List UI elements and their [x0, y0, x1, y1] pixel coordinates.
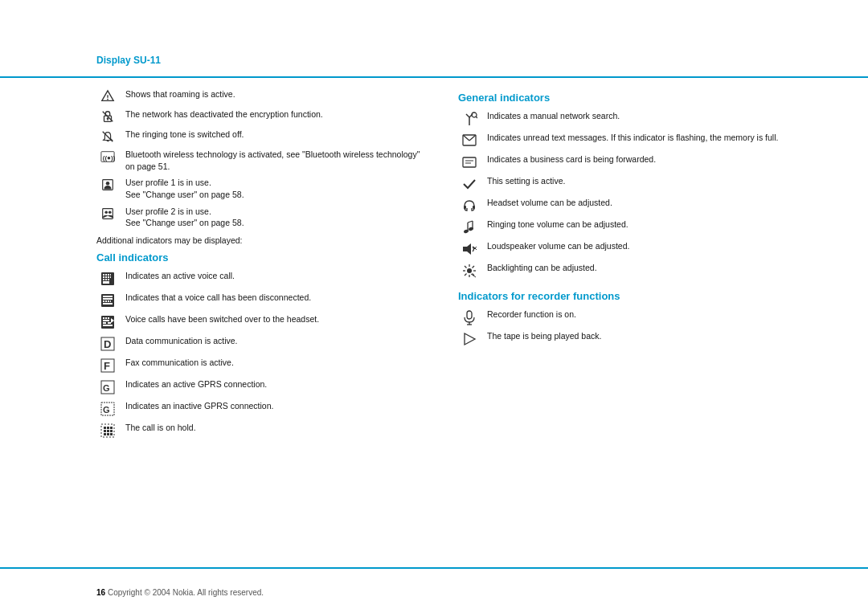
svg-rect-58 — [107, 430, 109, 432]
roaming-text: Shows that roaming is active. — [125, 88, 426, 100]
active-call-text: Indicates an active voice call. — [125, 270, 426, 282]
call-hold-icon — [96, 423, 119, 439]
svg-line-89 — [465, 266, 467, 268]
encryption-text: The network has deactivated the encrypti… — [125, 108, 426, 121]
page: Display SU-11 Shows that roaming — [0, 0, 868, 613]
svg-line-70 — [469, 135, 476, 141]
call-indicators-section: Call indicators — [96, 251, 426, 439]
ringing-off-icon — [96, 129, 119, 144]
svg-rect-62 — [110, 433, 113, 435]
list-item: D Data communication is active. — [96, 335, 426, 352]
additional-note: Additional indicators may be displayed: — [96, 235, 426, 245]
profile2-text: User profile 2 is in use.See "Change use… — [125, 206, 426, 229]
call-indicators-heading: Call indicators — [96, 251, 426, 264]
loudspeaker-volume-text: Loudspeaker volume can be adjusted. — [487, 240, 788, 252]
svg-rect-23 — [110, 276, 111, 278]
svg-rect-37 — [103, 317, 104, 319]
business-card-icon — [458, 154, 481, 170]
right-column: General indicators Indicates a manual ne… — [458, 88, 788, 561]
svg-rect-19 — [110, 274, 111, 276]
svg-rect-71 — [463, 157, 476, 167]
list-item: The call is on hold. — [96, 422, 426, 439]
list-item: Indicates that a voice call has been dis… — [96, 292, 426, 309]
data-comm-text: Data communication is active. — [125, 335, 426, 347]
svg-line-92 — [465, 274, 467, 276]
tape-playback-text: The tape is being played back. — [487, 330, 788, 342]
svg-rect-18 — [108, 274, 109, 276]
list-item: Ringing tone volume can be adjusted. — [458, 219, 788, 235]
svg-line-64 — [466, 114, 469, 117]
backlighting-icon — [458, 263, 481, 279]
svg-rect-55 — [107, 427, 109, 429]
svg-text:G: G — [103, 383, 110, 393]
list-item: This setting is active. — [458, 175, 788, 192]
list-item: The ringing tone is switched off. — [96, 129, 426, 144]
general-indicators-section: General indicators Indicates a manual ne… — [458, 92, 788, 279]
list-item: The network has deactivated the encrypti… — [96, 108, 426, 124]
manual-network-icon — [458, 111, 481, 127]
svg-rect-17 — [105, 274, 107, 276]
ringing-volume-icon — [458, 219, 481, 235]
gprs-active-text: Indicates an active GPRS connection. — [125, 378, 426, 390]
svg-rect-57 — [104, 430, 106, 432]
pre-section-items: Shows that roaming is active. The — [96, 88, 426, 229]
general-indicators-heading: General indicators — [458, 92, 788, 104]
svg-rect-41 — [103, 322, 106, 324]
svg-rect-75 — [473, 206, 475, 209]
setting-active-icon — [458, 176, 481, 192]
content-area: Shows that roaming is active. The — [96, 88, 788, 561]
call-hold-text: The call is on hold. — [125, 422, 426, 434]
bluetooth-icon: ((●)) — [96, 149, 119, 164]
svg-rect-22 — [108, 276, 109, 278]
svg-rect-56 — [110, 427, 113, 429]
svg-rect-54 — [104, 427, 106, 429]
svg-rect-29 — [103, 296, 113, 297]
svg-point-2 — [107, 99, 108, 100]
svg-point-84 — [467, 268, 472, 273]
list-item: Recorder function is on. — [458, 309, 788, 325]
svg-rect-60 — [104, 433, 106, 435]
footer-section: 16 Copyright © 2004 Nokia. All rights re… — [96, 588, 264, 597]
fax-comm-icon: F — [96, 358, 119, 374]
svg-rect-59 — [110, 430, 113, 432]
svg-line-76 — [468, 221, 473, 223]
svg-rect-42 — [108, 322, 111, 324]
list-item: The tape is being played back. — [458, 330, 788, 347]
svg-text:F: F — [104, 360, 110, 372]
backlighting-text: Backlighting can be adjusted. — [487, 262, 788, 274]
list-item: F Fax communication is active. — [96, 357, 426, 374]
headset-call-icon — [96, 314, 119, 330]
svg-rect-31 — [103, 300, 104, 302]
svg-rect-94 — [467, 311, 472, 319]
svg-point-11 — [106, 182, 110, 186]
recorder-section: Indicators for recorder functions Record… — [458, 290, 788, 347]
list-item: Loudspeaker volume can be adjusted. — [458, 240, 788, 257]
list-item: Indicates unread text messages. If this … — [458, 132, 788, 149]
svg-text:D: D — [104, 338, 111, 350]
fax-comm-text: Fax communication is active. — [125, 357, 426, 369]
encryption-icon — [96, 109, 119, 124]
svg-rect-35 — [103, 303, 113, 304]
list-item: Headset volume can be adjusted. — [458, 197, 788, 214]
recorder-functions-heading: Indicators for recorder functions — [458, 290, 788, 302]
disconnected-call-text: Indicates that a voice call has been dis… — [125, 292, 426, 304]
svg-text:((●)): ((●)) — [103, 154, 116, 161]
svg-rect-27 — [103, 281, 109, 284]
svg-rect-39 — [108, 317, 109, 319]
svg-rect-30 — [103, 298, 113, 300]
list-item: G Indicates an inactive GPRS connection. — [96, 400, 426, 417]
svg-rect-40 — [103, 320, 109, 321]
header-title: Display SU-11 — [96, 55, 161, 66]
svg-rect-38 — [105, 317, 107, 319]
ringing-text: The ringing tone is switched off. — [125, 129, 426, 141]
svg-rect-74 — [464, 206, 466, 209]
page-number: 16 — [96, 588, 105, 597]
list-item: Voice calls have been switched over to t… — [96, 313, 426, 330]
list-item: Indicates an active voice call. — [96, 270, 426, 287]
svg-rect-21 — [105, 276, 107, 278]
svg-line-67 — [476, 116, 477, 118]
list-item: User profile 1 is in use.See "Change use… — [96, 177, 426, 200]
svg-line-91 — [473, 266, 475, 268]
svg-rect-43 — [103, 325, 113, 326]
profile1-icon — [96, 178, 119, 192]
